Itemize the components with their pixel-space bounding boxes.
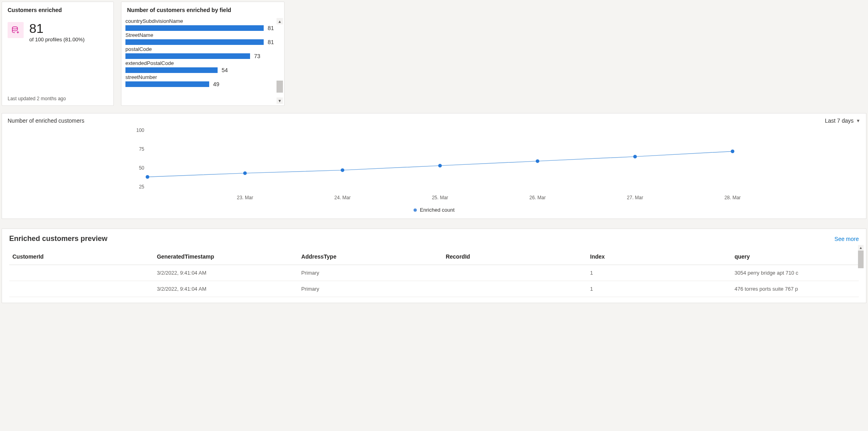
enriched-subtitle: of 100 profiles (81.00%) <box>29 36 85 42</box>
legend-label: Enriched count <box>420 207 455 213</box>
bar-value: 81 <box>268 39 274 45</box>
bar-fill <box>125 39 264 45</box>
table-scrollbar-thumb[interactable] <box>858 251 864 268</box>
table-row[interactable]: 3/2/2022, 9:41:04 AMPrimary1476 torres p… <box>9 281 859 297</box>
svg-point-11 <box>536 159 539 163</box>
table-row[interactable]: 3/2/2022, 9:41:04 AMPrimary13054 perry b… <box>9 265 859 281</box>
cell: 3054 perry bridge apt 710 c <box>731 265 859 281</box>
customers-enriched-card: Customers enriched 81 of 100 profiles (8… <box>2 2 114 106</box>
date-range-selector[interactable]: Last 7 days ▼ <box>825 117 861 124</box>
cell: 3/2/2022, 9:41:04 AM <box>153 265 298 281</box>
bar-row: StreetName81 <box>125 32 276 45</box>
enriched-over-time-panel: Number of enriched customers Last 7 days… <box>2 113 866 219</box>
scroll-down-button[interactable]: ▼ <box>277 97 283 104</box>
cell: Primary <box>298 265 442 281</box>
bar-label: streetNumber <box>125 74 276 81</box>
bar-label: countrySubdivisionName <box>125 18 276 25</box>
svg-text:25: 25 <box>139 184 145 190</box>
panel-title: Enriched customers preview <box>9 235 107 243</box>
svg-point-12 <box>633 155 637 158</box>
bar-row: postalCode73 <box>125 46 276 59</box>
svg-text:27. Mar: 27. Mar <box>627 195 643 200</box>
col-addresstype[interactable]: AddressType <box>298 249 442 265</box>
bar-fill <box>125 67 218 73</box>
table-scroll-up-icon[interactable]: ▲ <box>858 245 864 251</box>
cell: Primary <box>298 281 442 297</box>
card-title: Number of customers enriched by field <box>121 2 284 16</box>
svg-text:75: 75 <box>139 146 145 152</box>
see-more-link[interactable]: See more <box>834 236 859 242</box>
col-generatedtimestamp[interactable]: GeneratedTimestamp <box>153 249 298 265</box>
cell <box>9 281 153 297</box>
svg-text:100: 100 <box>136 127 144 133</box>
bar-row: extendedPostalCode54 <box>125 60 276 73</box>
cell <box>442 281 587 297</box>
bar-value: 49 <box>213 81 220 87</box>
svg-text:25. Mar: 25. Mar <box>432 195 448 200</box>
svg-text:23. Mar: 23. Mar <box>237 195 253 200</box>
svg-point-8 <box>243 171 247 175</box>
last-updated-text: Last updated 2 months ago <box>2 93 113 105</box>
col-customerid[interactable]: CustomerId <box>9 249 153 265</box>
col-recordid[interactable]: RecordId <box>442 249 587 265</box>
legend-marker-icon <box>414 208 417 212</box>
card-title: Customers enriched <box>2 2 113 16</box>
bar-chart: countrySubdivisionName81StreetName81post… <box>125 18 284 87</box>
col-query[interactable]: query <box>731 249 859 265</box>
svg-point-0 <box>12 27 18 29</box>
bar-value: 54 <box>222 67 228 73</box>
bar-label: postalCode <box>125 46 276 53</box>
date-range-label: Last 7 days <box>825 117 854 124</box>
svg-point-7 <box>146 175 149 179</box>
svg-text:26. Mar: 26. Mar <box>529 195 546 200</box>
scroll-up-button[interactable]: ▲ <box>277 18 283 24</box>
svg-text:50: 50 <box>139 165 145 171</box>
bar-fill <box>125 53 250 59</box>
line-chart: 25507510023. Mar24. Mar25. Mar26. Mar27.… <box>8 126 860 204</box>
cell: 1 <box>587 281 731 297</box>
bar-row: countrySubdivisionName81 <box>125 18 276 31</box>
svg-point-9 <box>341 168 344 172</box>
svg-point-13 <box>731 150 735 153</box>
cell: 3/2/2022, 9:41:04 AM <box>153 281 298 297</box>
bar-value: 73 <box>254 53 260 59</box>
bar-fill <box>125 81 209 87</box>
svg-point-10 <box>438 164 442 168</box>
cell <box>442 265 587 281</box>
bar-label: StreetName <box>125 32 276 39</box>
cell: 1 <box>587 265 731 281</box>
chevron-down-icon: ▼ <box>856 118 860 123</box>
panel-title: Number of enriched customers <box>8 117 84 124</box>
preview-table: CustomerId GeneratedTimestamp AddressTyp… <box>9 249 859 297</box>
enriched-count: 81 <box>29 22 85 35</box>
cell <box>9 265 153 281</box>
chart-legend: Enriched count <box>8 207 860 213</box>
enriched-by-field-card: Number of customers enriched by field ▲ … <box>121 2 285 106</box>
bar-fill <box>125 25 264 31</box>
bar-label: extendedPostalCode <box>125 60 276 67</box>
enriched-preview-panel: Enriched customers preview See more ▲ Cu… <box>2 229 866 303</box>
bar-value: 81 <box>268 25 274 31</box>
bar-row: streetNumber49 <box>125 74 276 87</box>
col-index[interactable]: Index <box>587 249 731 265</box>
scrollbar-thumb[interactable] <box>277 81 283 93</box>
svg-text:28. Mar: 28. Mar <box>725 195 741 200</box>
svg-text:24. Mar: 24. Mar <box>334 195 351 200</box>
enrichment-icon <box>8 22 24 38</box>
cell: 476 torres ports suite 767 p <box>731 281 859 297</box>
